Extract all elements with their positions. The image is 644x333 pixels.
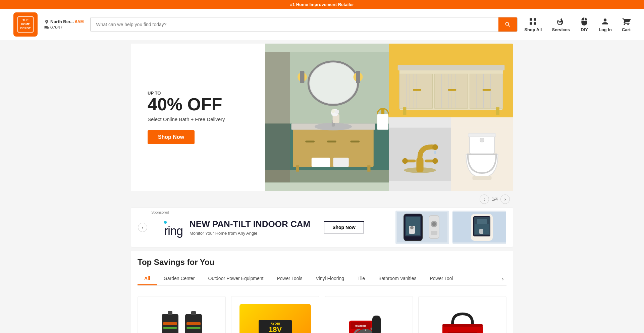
savings-tabs: All Garden Center Outdoor Power Equipmen… [138, 272, 506, 286]
nav-login[interactable]: Log In [599, 17, 612, 32]
svg-rect-3 [265, 52, 290, 183]
location-block[interactable]: North Ber... 6AM 07047 [44, 19, 84, 30]
services-label: Services [552, 27, 570, 32]
svg-rect-15 [305, 141, 315, 143]
location-icon [44, 19, 49, 24]
carousel-next-button[interactable]: › [500, 195, 510, 204]
vanity-scene-svg [389, 44, 513, 117]
svg-point-28 [335, 110, 339, 114]
svg-rect-113 [442, 324, 483, 327]
shop-all-label: Shop All [524, 27, 542, 32]
svg-rect-50 [413, 89, 421, 91]
promo-main-image [265, 44, 389, 191]
wrench-icon [556, 17, 565, 26]
svg-rect-78 [431, 231, 437, 235]
savings-title: Top Savings for You [138, 258, 506, 267]
svg-rect-32 [399, 74, 433, 108]
faucet-svg [389, 117, 451, 191]
nav-diy[interactable]: DIY [580, 17, 589, 32]
nav-cart[interactable]: Cart [622, 17, 631, 32]
ad-banner: ‹ Sponsored ring NEW PAN-TILT INDOOR CAM… [131, 207, 513, 247]
svg-rect-66 [468, 133, 496, 137]
svg-rect-34 [470, 74, 503, 108]
ring-cam-scene-svg [397, 212, 447, 242]
cart-icon [622, 17, 631, 26]
product-card-saw: Milwaukee [325, 296, 413, 333]
svg-rect-51 [448, 89, 457, 91]
promo-description: Select Online Bath + Free Delivery [148, 116, 248, 122]
zip-row: 07047 [44, 25, 84, 30]
products-row: RYOBI RYOBI 18V LITHIUM HIGH PERFORMANCE [138, 293, 506, 333]
tab-garden-center[interactable]: Garden Center [157, 272, 202, 285]
nav-services[interactable]: Services [552, 17, 570, 32]
promo-toilet-image [451, 117, 513, 191]
svg-rect-93 [163, 327, 177, 329]
ryobi-card-visual: RYOBI 18V LITHIUM HIGH PERFORMANCE [239, 304, 311, 333]
promo-left: UP TO 40% OFF Select Online Bath + Free … [131, 44, 265, 191]
product-card-battery-1: RYOBI [138, 296, 226, 333]
svg-rect-53 [403, 107, 406, 115]
svg-rect-6 [310, 63, 357, 103]
tab-outdoor-power-equipment[interactable]: Outdoor Power Equipment [202, 272, 270, 285]
ad-product-image-2 [452, 211, 506, 244]
svg-text:Milwaukee: Milwaukee [355, 325, 366, 327]
svg-rect-31 [398, 65, 505, 70]
svg-rect-94 [186, 327, 201, 329]
promo-bottom-right [389, 117, 513, 191]
svg-rect-52 [483, 89, 491, 91]
ring-dot [164, 221, 167, 224]
ad-sponsored-label: Sponsored [151, 210, 169, 214]
ad-content: NEW PAN-TILT INDOOR CAM Monitor Your Hom… [190, 219, 389, 236]
logo[interactable]: THEHOMEDEPOT [13, 12, 38, 37]
search-input[interactable] [91, 17, 498, 32]
store-location-row: North Ber... 6AM [44, 19, 84, 24]
svg-rect-89 [163, 322, 177, 325]
nav-shop-all[interactable]: Shop All [524, 17, 542, 32]
search-bar[interactable] [90, 17, 518, 32]
tabs-next-button[interactable]: › [499, 274, 506, 284]
login-label: Log In [599, 27, 612, 32]
savings-section: Top Savings for You All Garden Center Ou… [131, 251, 513, 333]
toilet-svg [451, 117, 513, 191]
promo-faucet-image [389, 117, 451, 191]
ad-shop-now-button[interactable]: Shop Now [324, 221, 364, 233]
svg-rect-10 [356, 71, 360, 83]
tab-all[interactable]: All [138, 272, 157, 285]
svg-rect-19 [367, 165, 370, 172]
carousel-nav: ‹ 1/4 › [131, 195, 513, 204]
top-banner-text: #1 Home Improvement Retailer [290, 2, 354, 7]
svg-rect-92 [186, 322, 201, 325]
ad-subtitle: Monitor Your Home from Any Angle [190, 231, 310, 236]
store-time: 6AM [75, 19, 84, 24]
product-image-area-drill-bag: Milwaukee [423, 300, 502, 333]
ad-title: NEW PAN-TILT INDOOR CAM [190, 219, 310, 229]
search-button[interactable] [498, 17, 517, 32]
promo-discount: 40% OFF [148, 96, 222, 113]
tab-power-tool[interactable]: Power Tool [423, 272, 460, 285]
carousel-prev-button[interactable]: ‹ [480, 195, 489, 204]
zip-code: 07047 [50, 25, 62, 30]
tab-bathroom-vanities[interactable]: Bathroom Vanities [372, 272, 423, 285]
promo-images [265, 44, 513, 191]
svg-rect-65 [470, 135, 494, 154]
tab-tile[interactable]: Tile [351, 272, 372, 285]
ring-phone-scene-svg [452, 212, 506, 242]
ad-prev-button[interactable]: ‹ [138, 223, 147, 232]
search-icon [504, 21, 511, 28]
tab-power-tools[interactable]: Power Tools [270, 272, 309, 285]
svg-point-27 [331, 109, 335, 113]
product-image-area-1: RYOBI [142, 300, 221, 333]
truck-icon [44, 25, 49, 30]
svg-rect-33 [435, 74, 468, 108]
svg-rect-88 [168, 311, 172, 315]
ad-product-images [395, 211, 506, 244]
svg-rect-54 [496, 107, 499, 115]
cart-label: Cart [622, 27, 631, 32]
svg-point-77 [432, 222, 436, 226]
promo-shop-now-button[interactable]: Shop Now [148, 130, 195, 144]
ad-text: NEW PAN-TILT INDOOR CAM Monitor Your Hom… [190, 219, 310, 236]
tab-vinyl-flooring[interactable]: Vinyl Flooring [309, 272, 351, 285]
svg-point-60 [402, 158, 408, 164]
hammer-icon [580, 17, 589, 26]
product-image-area-ryobi: RYOBI 18V LITHIUM HIGH PERFORMANCE [235, 300, 315, 333]
